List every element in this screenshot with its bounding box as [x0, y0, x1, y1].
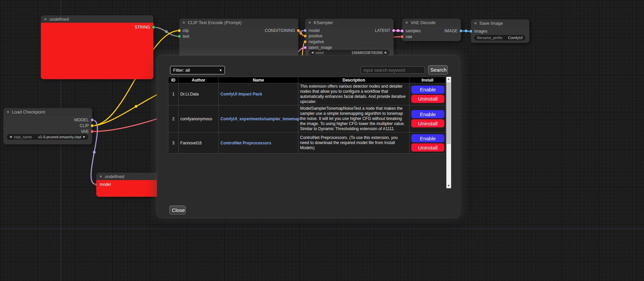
collapse-toggle-icon[interactable]	[308, 21, 311, 24]
extension-table: ID Author Name Description Install 1 Dr.…	[168, 77, 446, 154]
slot-label: vae	[406, 34, 412, 39]
slot-dot-icon[interactable]	[459, 29, 463, 33]
extension-link[interactable]: ControlNet Preprocessors	[220, 141, 271, 145]
slot-dot-icon[interactable]	[469, 30, 473, 33]
output-slot-image[interactable]: IMAGE	[444, 29, 463, 33]
slot-label: model	[100, 182, 111, 187]
input-slot-text[interactable]: text	[178, 34, 189, 39]
column-header-description: Description	[298, 77, 410, 83]
input-slot-clip[interactable]: clip	[178, 28, 189, 33]
node-title-bar[interactable]: Save Image	[471, 19, 529, 27]
widget-value[interactable]: v1-5-pruned-emaonly.ckpt	[38, 135, 81, 139]
filename-prefix-widget[interactable]: filename_prefix ComfyUI	[474, 35, 525, 40]
row-id: 2	[168, 105, 179, 133]
enable-button[interactable]: Enable	[411, 86, 444, 94]
widget-value[interactable]: 156680208700286	[351, 51, 383, 55]
extension-list-scroll-area: ID Author Name Description Install 1 Dr.…	[168, 77, 451, 188]
output-slot-conditioning[interactable]: CONDITIONING	[265, 28, 300, 33]
row-author: Dr.Lt.Data	[179, 83, 219, 105]
uninstall-button[interactable]: Uninstall	[411, 143, 444, 152]
input-slot-model[interactable]: model	[303, 28, 320, 33]
row-install-cell: Enable Uninstall	[410, 133, 446, 154]
output-slot-latent[interactable]: LATENT	[375, 28, 395, 33]
slot-dot-icon[interactable]	[303, 34, 307, 38]
scroll-up-icon[interactable]: ▲	[446, 77, 451, 82]
slot-label: latent_image	[309, 45, 332, 50]
node-title: KSampler	[314, 20, 333, 25]
decrement-arrow-icon[interactable]: ◀	[311, 51, 313, 54]
custom-nodes-manager-dialog: Filter: all ▼ Search ID Author Name Desc…	[157, 55, 460, 218]
widget-label: ckpt_name	[14, 135, 32, 139]
slot-label: VAE	[81, 129, 89, 134]
column-header-name: Name	[219, 77, 298, 83]
input-slot-negative[interactable]: negative	[303, 39, 324, 44]
extension-link[interactable]: ComfyUI Impact Pack	[220, 92, 262, 96]
node-undefined-top[interactable]: undefined STRING	[41, 15, 153, 79]
uninstall-button[interactable]: Uninstall	[411, 95, 444, 103]
slot-dot-icon[interactable]	[90, 130, 94, 133]
ckpt-name-widget[interactable]: ◀ ckpt_name v1-5-pruned-emaonly.ckpt ▶	[7, 134, 88, 140]
enable-button[interactable]: Enable	[411, 134, 444, 142]
slot-dot-icon[interactable]	[90, 124, 94, 127]
slot-dot-icon[interactable]	[178, 35, 181, 38]
next-arrow-icon[interactable]: ▶	[83, 136, 85, 138]
output-slot-clip[interactable]: CLIP	[80, 123, 94, 128]
input-slot-model[interactable]: model	[95, 182, 111, 187]
scroll-down-icon[interactable]: ▼	[446, 183, 451, 188]
table-header-row: ID Author Name Description Install	[168, 77, 446, 83]
slot-dot-icon[interactable]	[152, 25, 155, 29]
slot-label: STRING	[135, 25, 150, 30]
collapse-toggle-icon[interactable]	[474, 22, 477, 25]
input-slot-images[interactable]: images	[469, 29, 488, 34]
slot-dot-icon[interactable]	[392, 29, 395, 32]
increment-arrow-icon[interactable]: ▶	[385, 51, 387, 54]
column-header-id: ID	[168, 77, 179, 83]
uninstall-button[interactable]: Uninstall	[411, 119, 444, 127]
node-title-bar[interactable]: VAE Decode	[402, 19, 461, 26]
search-input[interactable]	[361, 66, 425, 74]
node-title: VAE Decode	[411, 20, 435, 25]
slot-dot-icon[interactable]	[90, 118, 94, 122]
node-load-checkpoint[interactable]: Load Checkpoint MODEL CLIP VAE ◀ ckpt_na…	[3, 108, 92, 144]
slot-dot-icon[interactable]	[303, 46, 307, 49]
close-button[interactable]: Close	[169, 206, 186, 214]
link-dot	[135, 105, 137, 108]
prev-arrow-icon[interactable]: ◀	[10, 136, 12, 138]
slot-dot-icon[interactable]	[303, 29, 307, 32]
node-title-bar[interactable]: CLIP Text Encode (Prompt)	[179, 19, 298, 26]
node-vae-decode[interactable]: VAE Decode samples vae IMAGE	[402, 19, 461, 41]
node-title-bar[interactable]: undefined	[41, 15, 153, 23]
output-slot-vae[interactable]: VAE	[81, 129, 94, 134]
output-slot-model[interactable]: MODEL	[74, 118, 94, 122]
extension-link[interactable]: ComfyUI_experiments/sampler_tonemap	[220, 117, 300, 121]
collapse-toggle-icon[interactable]	[44, 18, 47, 21]
slot-dot-icon[interactable]	[400, 29, 404, 33]
widget-value[interactable]: ComfyUI	[508, 36, 523, 40]
slot-dot-icon[interactable]	[303, 40, 307, 43]
seed-widget[interactable]: ◀ seed 156680208700286 ▶	[309, 50, 390, 55]
search-button[interactable]: Search	[428, 65, 448, 74]
slot-dot-icon[interactable]	[297, 29, 300, 32]
node-save-image[interactable]: Save Image images filename_prefix ComfyU…	[471, 19, 529, 43]
input-slot-positive[interactable]: positive	[303, 34, 323, 38]
node-ksampler[interactable]: KSampler model positive negative latent_…	[305, 19, 394, 60]
collapse-toggle-icon[interactable]	[6, 110, 10, 113]
node-title: Save Image	[479, 21, 503, 26]
slot-dot-icon[interactable]	[400, 35, 404, 38]
collapse-toggle-icon[interactable]	[405, 21, 408, 24]
input-slot-vae[interactable]: vae	[400, 34, 412, 39]
slot-dot-icon[interactable]	[178, 29, 181, 32]
scrollbar[interactable]: ▲ ▼	[446, 77, 451, 188]
filter-select[interactable]: Filter: all	[170, 66, 225, 74]
collapse-toggle-icon[interactable]	[99, 175, 102, 178]
input-slot-latent-image[interactable]: latent_image	[303, 45, 332, 50]
slot-label: images	[474, 29, 488, 34]
node-title-bar[interactable]: KSampler	[305, 19, 394, 26]
node-title-bar[interactable]: Load Checkpoint	[3, 108, 92, 116]
input-slot-samples[interactable]: samples	[400, 29, 421, 33]
slot-dot-icon[interactable]	[95, 183, 98, 186]
output-slot-string[interactable]: STRING	[135, 25, 155, 30]
collapse-toggle-icon[interactable]	[182, 21, 185, 24]
enable-button[interactable]: Enable	[411, 110, 444, 118]
scrollbar-thumb[interactable]	[447, 82, 451, 144]
